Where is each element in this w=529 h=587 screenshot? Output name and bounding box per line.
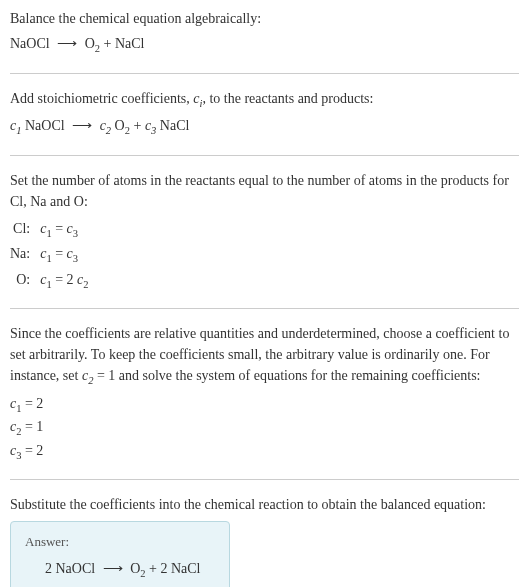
- reactant: NaOCl: [10, 36, 50, 51]
- atoms-table: Cl: c1 = c3 Na: c1 = c3 O: c1 = 2 c2: [10, 218, 89, 293]
- coeff-line: c3 = 2: [10, 440, 519, 464]
- coeff-line: c2 = 1: [10, 416, 519, 440]
- unbalanced-equation: NaOCl ⟶ O2 + NaCl: [10, 33, 519, 57]
- intro-text: Balance the chemical equation algebraica…: [10, 8, 519, 29]
- element-label: O:: [10, 269, 30, 293]
- coeff-line: c1 = 2: [10, 393, 519, 417]
- element-label: Cl:: [10, 218, 30, 242]
- plus: +: [100, 36, 115, 51]
- section-coefficients: Add stoichiometric coefficients, ci, to …: [10, 88, 519, 156]
- section-atom-balance: Set the number of atoms in the reactants…: [10, 170, 519, 310]
- coefficient-list: c1 = 2 c2 = 1 c3 = 2: [10, 393, 519, 464]
- answer-label: Answer:: [25, 532, 215, 552]
- answer-box: Answer: 2 NaOCl ⟶ O2 + 2 NaCl: [10, 521, 230, 587]
- arrow-icon: ⟶: [53, 36, 81, 51]
- balance-eq: c1 = c3: [40, 218, 88, 242]
- balanced-equation: 2 NaOCl ⟶ O2 + 2 NaCl: [25, 558, 215, 582]
- arrow-icon: ⟶: [68, 118, 96, 133]
- product-nacl: NaCl: [115, 36, 145, 51]
- section-intro: Balance the chemical equation algebraica…: [10, 8, 519, 74]
- solve-text: Since the coefficients are relative quan…: [10, 323, 519, 389]
- balance-eq: c1 = 2 c2: [40, 269, 88, 293]
- element-label: Na:: [10, 243, 30, 267]
- balance-text: Set the number of atoms in the reactants…: [10, 170, 519, 212]
- arrow-icon: ⟶: [99, 561, 127, 576]
- section-answer: Substitute the coefficients into the che…: [10, 494, 519, 587]
- coeff-text: Add stoichiometric coefficients, ci, to …: [10, 88, 519, 112]
- substitute-text: Substitute the coefficients into the che…: [10, 494, 519, 515]
- stoich-equation: c1 NaOCl ⟶ c2 O2 + c3 NaCl: [10, 115, 519, 139]
- balance-eq: c1 = c3: [40, 243, 88, 267]
- section-solve: Since the coefficients are relative quan…: [10, 323, 519, 480]
- product-o2: O2: [85, 36, 100, 51]
